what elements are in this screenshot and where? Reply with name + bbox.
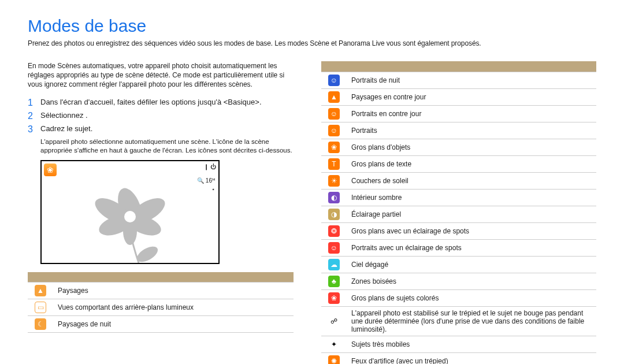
table-row: ▭Vues comportant des arrière-plans lumin… xyxy=(28,299,294,316)
scene-icon: ☾ xyxy=(35,318,46,330)
scene-icon: ☺ xyxy=(328,125,340,136)
scene-icon: ▭ xyxy=(35,302,46,313)
scene-icon-cell: ◐ xyxy=(321,189,347,206)
table-row: ✦Sujets très mobiles xyxy=(321,336,596,352)
scene-label: Gros plans de sujets colorés xyxy=(347,289,596,306)
scene-label: Ciel dégagé xyxy=(347,256,596,273)
step-3: Cadrez le sujet. xyxy=(28,124,294,133)
scene-label: Sujets très mobiles xyxy=(347,336,596,352)
scene-label: L'appareil photo est stabilisé sur le tr… xyxy=(347,306,596,336)
scene-icon-cell: ☺ xyxy=(321,122,347,139)
table-row: ☍L'appareil photo est stabilisé sur le t… xyxy=(321,306,596,336)
scene-label: Portraits avec un éclairage de spots xyxy=(347,239,596,256)
star-indicator: ⋆ xyxy=(197,185,215,194)
scene-icon-cell: ▲ xyxy=(28,283,53,299)
scene-icon: ✺ xyxy=(328,355,340,365)
scene-icon: ◐ xyxy=(328,192,340,203)
table-row: ☾Paysages de nuit xyxy=(28,316,294,333)
scene-icon-cell: ☺ xyxy=(321,239,347,256)
zoom-indicator: 🔍 16ᴹ xyxy=(197,176,215,185)
left-icon-table: ▲Paysages▭Vues comportant des arrière-pl… xyxy=(28,272,294,333)
table-row: ☺Portraits xyxy=(321,122,596,139)
scene-icon: ◑ xyxy=(328,209,340,220)
scene-label: Portraits de nuit xyxy=(347,72,596,88)
scene-label: Vues comportant des arrière-plans lumine… xyxy=(53,299,294,316)
scene-corner-icon: ❀ xyxy=(44,164,57,176)
scene-icon: ❀ xyxy=(328,142,340,153)
scene-label: Paysages xyxy=(53,283,294,299)
table-row: ◑Éclairage partiel xyxy=(321,206,596,222)
scene-icon: ▲ xyxy=(35,285,46,296)
intro-text: En mode Scènes automatiques, votre appar… xyxy=(28,61,294,90)
table-row: ☺Portraits avec un éclairage de spots xyxy=(321,239,596,256)
scene-icon: ☺ xyxy=(328,75,340,86)
scene-label: Éclairage partiel xyxy=(347,206,596,222)
scene-label: Paysages de nuit xyxy=(53,316,294,333)
svg-point-6 xyxy=(124,211,136,222)
table-row: TGros plans de texte xyxy=(321,155,596,172)
camera-preview: ❀ ❙ ⏻ 🔍 16ᴹ ⋆ xyxy=(40,160,220,264)
scene-icon-cell: T xyxy=(321,155,347,172)
scene-icon-cell: ☾ xyxy=(28,316,53,333)
scene-icon-cell: ☺ xyxy=(321,72,347,88)
step-2: Sélectionnez . xyxy=(28,111,294,120)
table-row: ❀Gros plans d'objets xyxy=(321,139,596,155)
scene-label: Portraits en contre jour xyxy=(347,105,596,122)
scene-icon-cell: ☁ xyxy=(321,256,347,273)
scene-label: Portraits xyxy=(347,122,596,139)
step-1: Dans l'écran d'accueil, faites défiler l… xyxy=(28,98,294,106)
table-row: ☀Couchers de soleil xyxy=(321,172,596,189)
scene-icon-cell: ◑ xyxy=(321,206,347,222)
scene-label: Couchers de soleil xyxy=(347,172,596,189)
svg-point-7 xyxy=(135,243,161,263)
scene-icon-cell: ☀ xyxy=(321,172,347,189)
table-row: ☁Ciel dégagé xyxy=(321,256,596,273)
scene-icon-cell: ♣ xyxy=(321,273,347,289)
table-row: ▲Paysages en contre jour xyxy=(321,88,596,105)
scene-icon: T xyxy=(328,158,340,170)
right-icon-table: ☺Portraits de nuit▲Paysages en contre jo… xyxy=(321,61,596,364)
step-3-text: Cadrez le sujet. xyxy=(40,124,92,133)
scene-icon-cell: ✦ xyxy=(321,336,347,352)
scene-icon: ✦ xyxy=(328,339,340,350)
table-row: ✺Feux d'artifice (avec un trépied) xyxy=(321,352,596,364)
scene-label: Feux d'artifice (avec un trépied) xyxy=(347,352,596,364)
table-row: ❀Gros plans de sujets colorés xyxy=(321,289,596,306)
scene-label: Zones boisées xyxy=(347,273,596,289)
table-row: ☺Portraits en contre jour xyxy=(321,105,596,122)
scene-icon: ♣ xyxy=(328,276,340,287)
scene-icon: ☺ xyxy=(328,108,340,120)
table-row: ☺Portraits de nuit xyxy=(321,72,596,88)
scene-icon-cell: ▲ xyxy=(321,88,347,105)
scene-icon-cell: ☍ xyxy=(321,306,347,336)
table-row: ▲Paysages xyxy=(28,283,294,299)
battery-indicator: ❙ ⏻ xyxy=(204,164,216,170)
table-row: ◐Intérieur sombre xyxy=(321,189,596,206)
scene-label: Gros plans d'objets xyxy=(347,139,596,155)
step-3-note: L'appareil photo sélectionne automatique… xyxy=(40,138,294,155)
scene-icon: ❀ xyxy=(328,292,340,304)
scene-label: Gros plans avec un éclairage de spots xyxy=(347,222,596,239)
steps-list: Dans l'écran d'accueil, faites défiler l… xyxy=(28,98,294,133)
scene-icon: ☁ xyxy=(328,259,340,270)
scene-icon: ❂ xyxy=(328,225,340,237)
scene-label: Intérieur sombre xyxy=(347,189,596,206)
scene-label: Gros plans de texte xyxy=(347,155,596,172)
scene-icon: ☀ xyxy=(328,175,340,187)
flower-illustration xyxy=(81,176,179,263)
scene-icon-cell: ✺ xyxy=(321,352,347,364)
table-row: ♣Zones boisées xyxy=(321,273,596,289)
scene-label: Paysages en contre jour xyxy=(347,88,596,105)
scene-icon-cell: ❀ xyxy=(321,139,347,155)
scene-icon-cell: ❂ xyxy=(321,222,347,239)
scene-icon-cell: ▭ xyxy=(28,299,53,316)
scene-icon: ▲ xyxy=(328,91,340,103)
scene-icon: ☍ xyxy=(328,315,340,327)
page-title: Modes de base xyxy=(28,16,596,36)
page-subtitle: Prenez des photos ou enregistrez des séq… xyxy=(28,39,596,47)
table-row: ❂Gros plans avec un éclairage de spots xyxy=(321,222,596,239)
scene-icon-cell: ☺ xyxy=(321,105,347,122)
scene-icon-cell: ❀ xyxy=(321,289,347,306)
scene-icon: ☺ xyxy=(328,242,340,254)
